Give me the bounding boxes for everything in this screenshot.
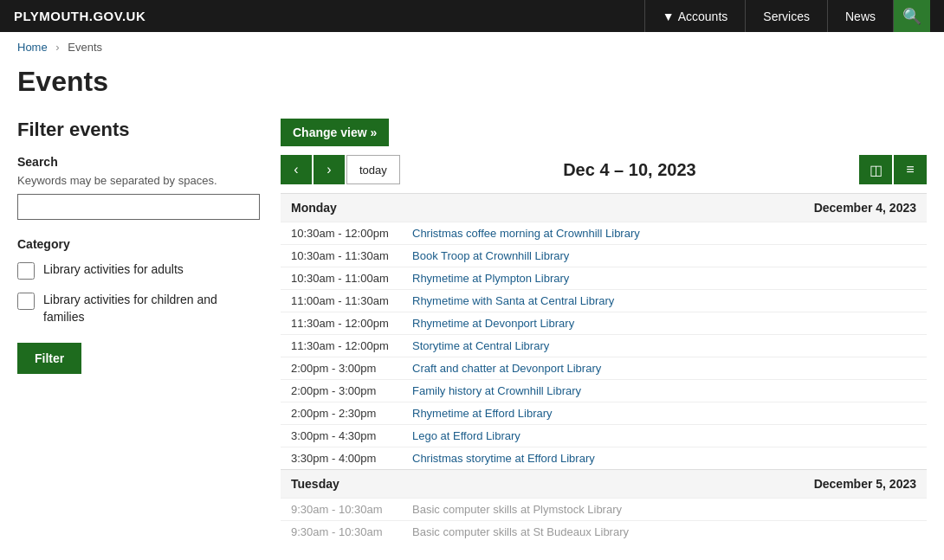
event-title: Book Troop at Crownhill Library [402,245,927,267]
event-link[interactable]: Lego at Efford Library [412,429,520,442]
event-link[interactable]: Storytime at Central Library [412,339,549,352]
event-link[interactable]: Rhymetime at Devonport Library [412,317,574,330]
breadcrumb: Home › Events [0,32,944,62]
event-title: Rhymetime at Plympton Library [402,267,927,290]
list-view-button[interactable]: ≡ [894,155,927,184]
event-time: 11:30am - 12:00pm [281,312,402,335]
search-icon: 🔍 [902,7,921,26]
event-row: 10:30am - 11:00am Rhymetime at Plympton … [281,267,927,290]
main-content: Events Filter events Search Keywords may… [0,66,944,560]
event-link[interactable]: Rhymetime at Plympton Library [412,272,569,285]
event-time: 2:00pm - 3:00pm [281,380,402,402]
day-name: Monday [281,194,402,222]
event-link[interactable]: Christmas storytime at Efford Library [412,452,595,465]
change-view-button[interactable]: Change view » [281,119,389,146]
main-nav: PLYMOUTH.GOV.UK ▼ Accounts Services News… [0,0,944,32]
day-header-row: Monday December 4, 2023 [281,194,927,222]
checkbox-children-label[interactable]: Library activities for children and fami… [43,292,260,325]
search-hint: Keywords may be separated by spaces. [17,174,260,187]
day-name: Tuesday [281,470,402,499]
event-title: Christmas coffee morning at Crownhill Li… [402,222,927,245]
day-date: December 4, 2023 [402,194,927,222]
event-row: 2:00pm - 3:00pm Family history at Crownh… [281,380,927,402]
category-label: Category [17,237,260,251]
prev-icon: ‹ [294,162,298,177]
event-time: 11:00am - 11:30am [281,290,402,312]
next-button[interactable]: › [314,155,345,184]
filter-button[interactable]: Filter [17,343,81,374]
change-view-toolbar: Change view » [281,119,927,146]
event-title: Family history at Crownhill Library [402,380,927,402]
calendar-nav-row: ‹ › today Dec 4 – 10, 2023 ◫ ≡ [281,155,927,184]
event-time: 2:00pm - 3:00pm [281,357,402,380]
event-link[interactable]: Family history at Crownhill Library [412,384,581,397]
dropdown-icon: ▼ [663,10,675,23]
event-title: Christmas storytime at Efford Library [402,447,927,470]
prev-button[interactable]: ‹ [281,155,312,184]
event-title: Rhymetime at Efford Library [402,402,927,425]
event-title: Craft and chatter at Devonport Library [402,357,927,380]
calendar-icon: ◫ [870,162,883,178]
date-range: Dec 4 – 10, 2023 [400,160,859,180]
filter-title: Filter events [17,119,260,141]
next-icon: › [327,162,331,177]
view-toggle: ◫ ≡ [859,155,927,184]
event-link[interactable]: Rhymetime at Efford Library [412,407,553,420]
event-link[interactable]: Basic computer skills at Plymstock Libra… [412,503,622,516]
checkbox-children-row: Library activities for children and fami… [17,292,260,325]
event-title: Lego at Efford Library [402,425,927,447]
page-layout: Filter events Search Keywords may be sep… [17,119,927,543]
breadcrumb-separator: › [55,41,59,54]
event-link[interactable]: Christmas coffee morning at Crownhill Li… [412,227,640,240]
calendar-nav-controls: ‹ › today [281,155,400,184]
search-input[interactable] [17,194,260,220]
checkbox-adults[interactable] [17,262,35,280]
event-row: 10:30am - 11:30am Book Troop at Crownhil… [281,245,927,267]
breadcrumb-home[interactable]: Home [17,41,48,54]
event-time: 11:30am - 12:00pm [281,335,402,357]
nav-accounts[interactable]: ▼ Accounts [645,0,745,32]
checkbox-adults-label[interactable]: Library activities for adults [43,261,184,279]
nav-services[interactable]: Services [746,0,827,32]
checkbox-children[interactable] [17,293,35,310]
event-title: Storytime at Central Library [402,335,927,357]
event-link[interactable]: Rhymetime with Santa at Central Library [412,294,614,307]
event-row: 11:30am - 12:00pm Rhymetime at Devonport… [281,312,927,335]
event-row: 3:30pm - 4:00pm Christmas storytime at E… [281,447,927,470]
event-title: Basic computer skills at Plymstock Libra… [402,499,927,521]
day-date: December 5, 2023 [402,470,927,499]
event-time: 10:30am - 11:30am [281,245,402,267]
event-row: 11:00am - 11:30am Rhymetime with Santa a… [281,290,927,312]
event-link[interactable]: Craft and chatter at Devonport Library [412,362,601,375]
nav-search-button[interactable]: 🔍 [894,0,930,32]
events-table: Monday December 4, 2023 10:30am - 12:00p… [281,193,927,543]
event-row: 9:30am - 10:30am Basic computer skills a… [281,521,927,544]
event-time: 3:00pm - 4:30pm [281,425,402,447]
event-time: 9:30am - 10:30am [281,499,402,521]
event-row: 11:30am - 12:00pm Storytime at Central L… [281,335,927,357]
event-title: Rhymetime at Devonport Library [402,312,927,335]
filter-sidebar: Filter events Search Keywords may be sep… [17,119,260,374]
event-time: 9:30am - 10:30am [281,521,402,544]
today-button[interactable]: today [346,155,400,184]
event-link[interactable]: Book Troop at Crownhill Library [412,249,569,262]
event-title: Basic computer skills at St Budeaux Libr… [402,521,927,544]
breadcrumb-current: Events [68,41,102,54]
event-row: 2:00pm - 3:00pm Craft and chatter at Dev… [281,357,927,380]
nav-links: ▼ Accounts Services News 🔍 [644,0,930,32]
page-title: Events [17,66,927,98]
nav-news[interactable]: News [828,0,893,32]
calendar-view-button[interactable]: ◫ [859,155,892,184]
event-row: 3:00pm - 4:30pm Lego at Efford Library [281,425,927,447]
event-row: 2:00pm - 2:30pm Rhymetime at Efford Libr… [281,402,927,425]
site-logo: PLYMOUTH.GOV.UK [14,9,644,23]
event-time: 3:30pm - 4:00pm [281,447,402,470]
event-row: 10:30am - 12:00pm Christmas coffee morni… [281,222,927,245]
event-time: 2:00pm - 2:30pm [281,402,402,425]
search-label: Search [17,155,260,169]
event-row: 9:30am - 10:30am Basic computer skills a… [281,499,927,521]
event-time: 10:30am - 11:00am [281,267,402,290]
event-link[interactable]: Basic computer skills at St Budeaux Libr… [412,525,629,538]
day-header-row: Tuesday December 5, 2023 [281,470,927,499]
event-time: 10:30am - 12:00pm [281,222,402,245]
